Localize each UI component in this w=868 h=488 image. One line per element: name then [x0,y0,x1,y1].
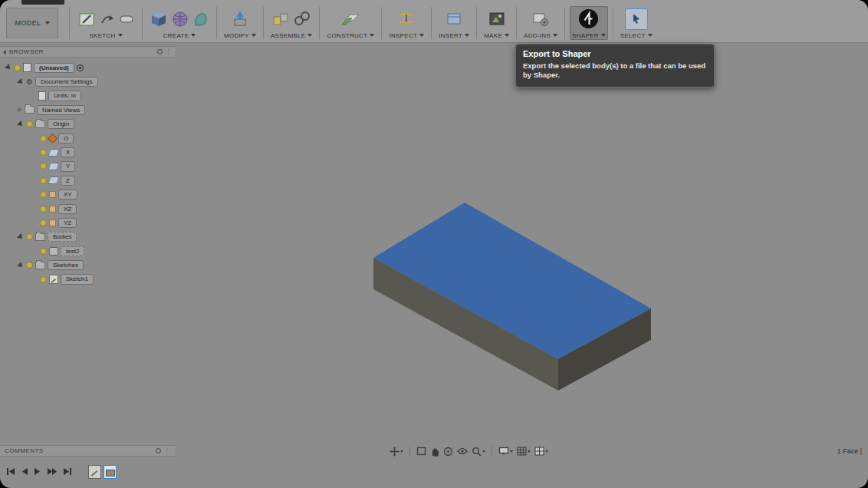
tree-row-plane-yz[interactable]: YZ [0,216,175,229]
orbit-icon[interactable] [443,447,453,457]
scripts-addins-icon[interactable] [531,11,550,28]
tree-label[interactable]: Sketches [48,260,84,270]
make-3dprint-icon[interactable] [488,11,506,28]
tree-row-bodies[interactable]: Bodies [0,230,175,244]
create-menu[interactable]: CREATE [163,32,196,39]
grip-dots-icon[interactable]: ⋮ [166,49,173,55]
modify-menu[interactable]: MODIFY [224,32,256,39]
coil-icon[interactable] [171,10,189,28]
fit-icon[interactable] [416,447,426,456]
tree-row-origin-o[interactable]: O [0,131,175,145]
visibility-bulb-icon[interactable] [40,248,47,255]
body-right-face[interactable] [558,308,651,391]
expand-icon[interactable] [17,233,25,241]
comment-icon[interactable] [156,448,161,453]
construct-menu[interactable]: CONSTRUCT [327,32,374,39]
visibility-bulb-icon[interactable] [26,120,33,127]
root-document-label[interactable]: (Unsaved) [34,63,74,73]
fast-forward-button[interactable] [47,465,58,479]
tree-label[interactable]: test2 [61,246,84,256]
slot-icon[interactable] [118,12,135,27]
measure-icon[interactable] [396,11,416,28]
tree-label[interactable]: Z [61,176,75,186]
tree-label[interactable]: Origin [48,119,74,129]
visibility-bulb-icon[interactable] [40,163,47,170]
visibility-bulb-icon[interactable] [40,135,47,142]
visibility-bulb-icon[interactable] [40,191,47,198]
pan-icon[interactable] [390,447,403,457]
create-sketch-icon[interactable] [77,9,97,29]
tree-row-document-settings[interactable]: ⚙ Document Settings [0,74,175,88]
expand-icon[interactable] [5,64,12,71]
grip-dots-icon[interactable]: ⋮ [164,448,171,454]
tree-row-body-test2[interactable]: test2 [0,244,175,258]
tree-row-plane-xz[interactable]: XZ [0,202,175,216]
activate-component-icon[interactable] [77,64,84,71]
tree-label[interactable]: Sketch1 [61,274,94,284]
visibility-bulb-icon[interactable] [14,64,21,71]
body-front-face[interactable] [373,258,558,391]
visibility-bulb-icon[interactable] [40,177,47,184]
visibility-bulb-icon[interactable] [26,262,33,269]
tree-label[interactable]: X [61,147,75,157]
expand-icon[interactable] [17,78,25,86]
form-icon[interactable] [192,10,209,28]
collapse-panel-icon[interactable] [3,50,6,54]
inspect-menu[interactable]: INSPECT [389,32,424,39]
addins-menu[interactable]: ADD-INS [524,32,557,39]
tree-label[interactable]: Named Views [37,105,85,115]
tree-row-axis-y[interactable]: Y [0,160,175,173]
shaper-menu[interactable]: SHAPER [572,32,606,39]
expand-icon[interactable] [17,262,25,269]
skip-to-end-button[interactable] [63,465,72,479]
insert-menu[interactable]: INSERT [439,32,469,39]
timeline-sketch-feature[interactable] [88,465,101,479]
insert-icon[interactable] [445,10,463,28]
timeline-extrude-feature[interactable] [104,465,117,479]
tree-row-root[interactable]: (Unsaved) [0,61,175,74]
joint-icon[interactable] [293,10,311,28]
tree-label[interactable]: Bodies [48,232,77,242]
make-menu[interactable]: MAKE [484,32,509,39]
assemble-menu[interactable]: ASSEMBLE [271,32,313,39]
tree-label[interactable]: Units: in [48,91,81,101]
tree-row-units[interactable]: Units: in [0,89,175,103]
tree-row-sketches[interactable]: Sketches [0,258,175,272]
tree-label[interactable]: O [58,134,74,143]
visibility-bulb-icon[interactable] [40,149,47,156]
tree-row-axis-z[interactable]: Z [0,173,175,187]
tree-label[interactable]: Y [61,161,75,171]
pan-hand-icon[interactable] [430,447,439,457]
construction-plane-icon[interactable] [340,11,360,28]
browser-header[interactable]: BROWSER ⋮ [0,46,175,58]
shaper-logo-icon[interactable] [578,8,599,29]
grid-settings-icon[interactable] [517,447,531,456]
sketch-menu[interactable]: SKETCH [89,32,122,39]
visibility-bulb-icon[interactable] [40,276,47,283]
step-back-button[interactable] [21,465,28,479]
display-settings-icon[interactable] [498,447,513,456]
tree-row-origin[interactable]: Origin [0,117,175,131]
play-button[interactable] [34,465,41,479]
expand-icon[interactable] [17,120,25,128]
tree-row-axis-x[interactable]: X [0,145,175,159]
visibility-bulb-icon[interactable] [40,219,47,226]
look-at-icon[interactable] [457,447,468,455]
visibility-bulb-icon[interactable] [26,233,33,240]
select-cursor-icon[interactable] [625,8,648,30]
tree-label[interactable]: XZ [58,204,77,214]
tree-row-sketch1[interactable]: Sketch1 [0,272,175,286]
visibility-bulb-icon[interactable] [40,206,47,213]
project-geometry-icon[interactable] [100,12,115,27]
tree-row-plane-xy[interactable]: XY [0,188,175,202]
collapsed-icon[interactable] [18,107,22,113]
tree-label[interactable]: XY [58,190,77,199]
comments-bar[interactable]: COMMENTS ⋮ [0,445,175,457]
new-component-icon[interactable] [271,10,290,28]
tree-label[interactable]: YZ [58,218,77,228]
box-primitive-icon[interactable] [150,10,168,28]
viewports-icon[interactable] [534,447,548,456]
tree-row-named-views[interactable]: Named Views [0,103,175,117]
body-top-face[interactable] [373,203,651,359]
zoom-icon[interactable] [472,447,485,457]
